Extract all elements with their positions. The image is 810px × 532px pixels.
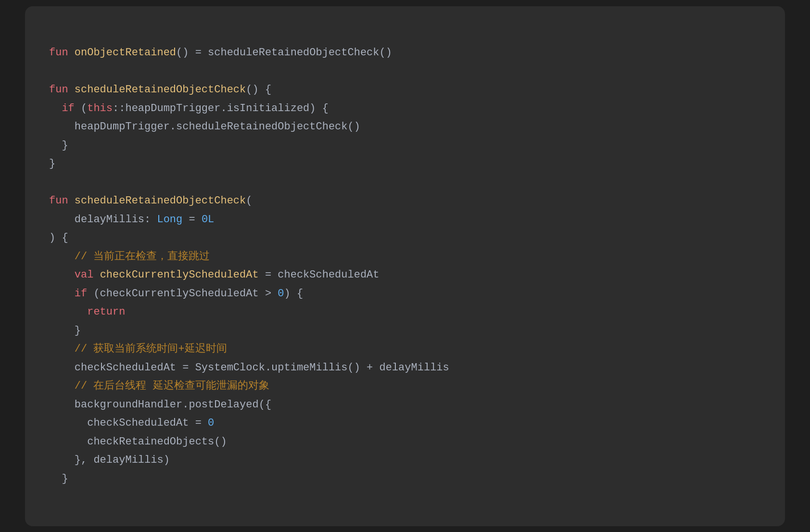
line-12: // 当前正在检查，直接跳过 bbox=[49, 251, 210, 263]
line-23: }, delayMillis) bbox=[49, 454, 170, 466]
line-6: } bbox=[49, 139, 68, 152]
line-9: fun scheduleRetainedObjectCheck( bbox=[49, 195, 252, 207]
line-10: delayMillis: Long = 0L bbox=[49, 214, 214, 226]
line-5: heapDumpTrigger.scheduleRetainedObjectCh… bbox=[49, 121, 360, 133]
line-4: if (this::heapDumpTrigger.isInitialized)… bbox=[49, 102, 329, 114]
line-13: val checkCurrentlyScheduledAt = checkSch… bbox=[49, 269, 380, 281]
line-3: fun scheduleRetainedObjectCheck() { bbox=[49, 84, 271, 96]
line-16: } bbox=[49, 325, 81, 337]
line-21: checkScheduledAt = 0 bbox=[49, 417, 214, 429]
line-11: ) { bbox=[49, 232, 68, 244]
line-18: checkScheduledAt = SystemClock.uptimeMil… bbox=[49, 362, 449, 374]
line-24: } bbox=[49, 473, 68, 485]
line-15: return bbox=[49, 306, 125, 318]
line-1: fun onObjectRetained() = scheduleRetaine… bbox=[49, 47, 392, 59]
line-20: backgroundHandler.postDelayed({ bbox=[49, 399, 271, 411]
line-7: } bbox=[49, 158, 55, 170]
line-22: checkRetainedObjects() bbox=[49, 436, 227, 448]
code-viewer: fun onObjectRetained() = scheduleRetaine… bbox=[25, 6, 785, 526]
line-17: // 获取当前系统时间+延迟时间 bbox=[49, 343, 227, 355]
line-19: // 在后台线程 延迟检查可能泄漏的对象 bbox=[49, 380, 269, 392]
code-content: fun onObjectRetained() = scheduleRetaine… bbox=[49, 25, 761, 507]
line-14: if (checkCurrentlyScheduledAt > 0) { bbox=[49, 288, 303, 300]
